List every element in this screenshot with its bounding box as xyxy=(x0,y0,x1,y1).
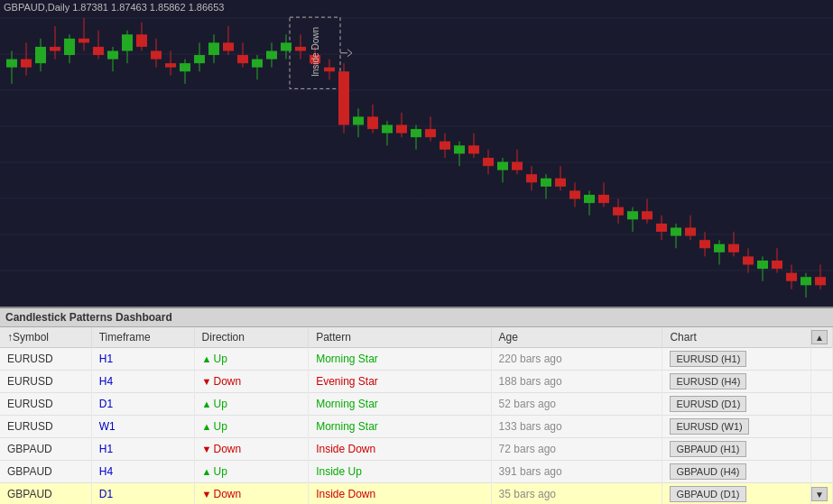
cell-symbol: EURUSD xyxy=(0,393,91,416)
cell-scroll xyxy=(810,416,832,438)
cell-direction: ▲Up xyxy=(194,348,309,371)
cell-scroll xyxy=(810,461,832,483)
col-header-pattern: Pattern xyxy=(309,327,491,348)
direction-indicator: ▲Up xyxy=(202,465,227,478)
cell-direction: ▼Down xyxy=(194,438,309,461)
chart-area: GBPAUD,Daily 1.87381 1.87463 1.85862 1.8… xyxy=(0,0,833,307)
cell-pattern: Inside Up xyxy=(309,461,491,483)
cell-timeframe: D1 xyxy=(91,393,194,416)
cell-pattern: Morning Star xyxy=(309,348,491,371)
direction-indicator: ▼Down xyxy=(202,443,242,455)
table-row: GBPAUD H1 ▼Down Inside Down 72 bars ago … xyxy=(0,438,833,461)
dashboard-title: Candlestick Patterns Dashboard xyxy=(0,308,833,327)
table-row: GBPAUD H4 ▲Up Inside Up 391 bars ago GBP… xyxy=(0,461,833,483)
cell-timeframe: W1 xyxy=(91,416,194,438)
chart-button[interactable]: EURUSD (W1) xyxy=(670,418,748,435)
cell-age: 188 bars ago xyxy=(491,371,662,393)
cell-symbol: EURUSD xyxy=(0,416,91,438)
cell-age: 391 bars ago xyxy=(491,461,662,483)
table-body: EURUSD H1 ▲Up Morning Star 220 bars ago … xyxy=(0,348,833,505)
col-header-symbol: ↑Symbol xyxy=(0,327,91,348)
cell-direction: ▼Down xyxy=(194,483,309,505)
scroll-up-button[interactable]: ▲ xyxy=(811,330,828,344)
scrollbar-header: ▲ xyxy=(810,327,832,348)
cell-pattern: Inside Down xyxy=(309,438,491,461)
cell-direction: ▲Up xyxy=(194,416,309,438)
scroll-down-button[interactable]: ▼ xyxy=(811,487,828,501)
cell-age: 220 bars ago xyxy=(491,348,662,371)
cell-pattern: Evening Star xyxy=(309,371,491,393)
cell-scroll xyxy=(810,438,832,461)
direction-indicator: ▲Up xyxy=(202,398,227,410)
chart-title: GBPAUD,Daily 1.87381 1.87463 1.85862 1.8… xyxy=(4,2,224,13)
table-wrapper: ↑Symbol Timeframe Direction Pattern Age … xyxy=(0,327,833,504)
direction-indicator: ▲Up xyxy=(202,353,227,365)
chart-button[interactable]: GBPAUD (H1) xyxy=(670,441,745,457)
chart-button[interactable]: GBPAUD (H4) xyxy=(670,463,745,480)
cell-symbol: GBPAUD xyxy=(0,461,91,483)
cell-pattern: Inside Down xyxy=(309,483,491,505)
col-header-chart: Chart xyxy=(662,327,811,348)
cell-scroll xyxy=(810,393,832,416)
cell-age: 72 bars ago xyxy=(491,438,662,461)
cell-scroll: ▼ xyxy=(810,483,832,505)
cell-chart: EURUSD (H4) xyxy=(662,371,811,393)
cell-scroll xyxy=(810,348,832,371)
cell-direction: ▲Up xyxy=(194,393,309,416)
cell-symbol: GBPAUD xyxy=(0,483,91,505)
cell-chart: GBPAUD (H1) xyxy=(662,438,811,461)
cell-timeframe: D1 xyxy=(91,483,194,505)
cell-symbol: GBPAUD xyxy=(0,438,91,461)
cell-timeframe: H4 xyxy=(91,461,194,483)
table-row: GBPAUD D1 ▼Down Inside Down 35 bars ago … xyxy=(0,483,833,505)
patterns-table: ↑Symbol Timeframe Direction Pattern Age … xyxy=(0,327,833,504)
cell-direction: ▲Up xyxy=(194,461,309,483)
dashboard-panel: Candlestick Patterns Dashboard ↑Symbol T… xyxy=(0,307,833,504)
table-row: EURUSD D1 ▲Up Morning Star 52 bars ago E… xyxy=(0,393,833,416)
inside-down-chart-label: Inside Down xyxy=(310,27,320,77)
cell-direction: ▼Down xyxy=(194,371,309,393)
chart-button[interactable]: EURUSD (H4) xyxy=(670,373,746,389)
cell-pattern: Morning Star xyxy=(309,393,491,416)
table-row: EURUSD W1 ▲Up Morning Star 133 bars ago … xyxy=(0,416,833,438)
table-header-row: ↑Symbol Timeframe Direction Pattern Age … xyxy=(0,327,833,348)
cell-symbol: EURUSD xyxy=(0,348,91,371)
cell-age: 133 bars ago xyxy=(491,416,662,438)
cell-chart: EURUSD (W1) xyxy=(662,416,811,438)
cell-scroll xyxy=(810,371,832,393)
cell-chart: GBPAUD (D1) xyxy=(662,483,811,505)
cell-timeframe: H1 xyxy=(91,438,194,461)
cell-timeframe: H1 xyxy=(91,348,194,371)
chart-button[interactable]: EURUSD (D1) xyxy=(670,396,746,412)
cell-age: 52 bars ago xyxy=(491,393,662,416)
table-row: EURUSD H1 ▲Up Morning Star 220 bars ago … xyxy=(0,348,833,371)
direction-indicator: ▼Down xyxy=(202,488,242,500)
direction-indicator: ▲Up xyxy=(202,420,227,433)
cell-chart: GBPAUD (H4) xyxy=(662,461,811,483)
direction-indicator: ▼Down xyxy=(202,375,242,388)
cell-chart: EURUSD (D1) xyxy=(662,393,811,416)
table-row: EURUSD H4 ▼Down Evening Star 188 bars ag… xyxy=(0,371,833,393)
col-header-direction: Direction xyxy=(194,327,309,348)
cell-chart: EURUSD (H1) xyxy=(662,348,811,371)
cell-timeframe: H4 xyxy=(91,371,194,393)
chart-button[interactable]: GBPAUD (D1) xyxy=(670,486,745,502)
col-header-timeframe: Timeframe xyxy=(91,327,194,348)
chart-button[interactable]: EURUSD (H1) xyxy=(670,351,746,367)
col-header-age: Age xyxy=(491,327,662,348)
cell-pattern: Morning Star xyxy=(309,416,491,438)
cell-age: 35 bars ago xyxy=(491,483,662,505)
cell-symbol: EURUSD xyxy=(0,371,91,393)
